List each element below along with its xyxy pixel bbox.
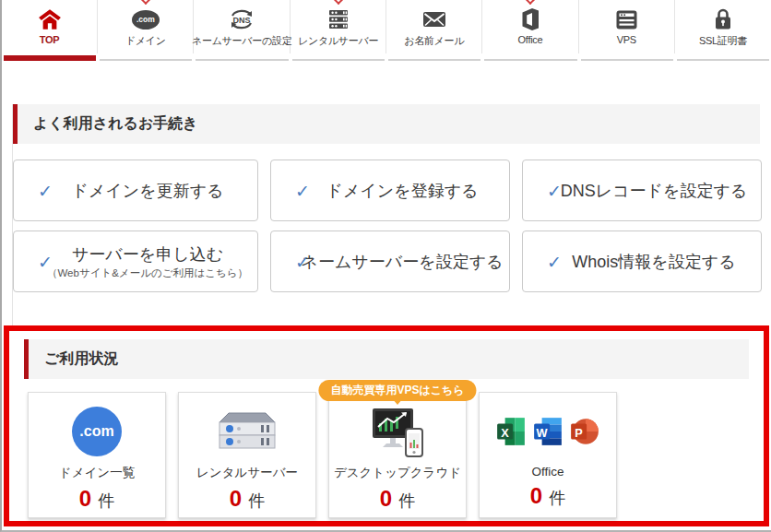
svg-text:DNS: DNS [233, 16, 251, 25]
set-whois-button[interactable]: ✓ Whois情報を設定する [522, 231, 762, 292]
dot-com-circle-icon: .com [72, 398, 122, 465]
rental-server-icon [214, 398, 280, 465]
domain-count: 0 件 [79, 486, 114, 512]
server-stack-icon [326, 6, 350, 32]
usage-section-title: ご利用状況 [24, 339, 749, 379]
office-logo-icon [519, 6, 541, 32]
browser-window-icon [615, 6, 638, 32]
desktop-cloud-icon [367, 398, 428, 465]
word-icon: W [532, 416, 563, 447]
desktop-cloud-count: 0 件 [380, 486, 415, 512]
office-count: 0 件 [530, 483, 565, 509]
check-icon: ✓ [295, 180, 310, 201]
set-nameserver-button[interactable]: ✓ ネームサーバーを設定する [270, 231, 510, 292]
check-icon: ✓ [38, 251, 53, 272]
domain-list-card[interactable]: .com ドメイン一覧 0 件 [28, 392, 166, 518]
svg-text:W: W [537, 426, 549, 440]
svg-text:P: P [575, 426, 583, 440]
nav-item-ssl[interactable]: SSL証明書 [675, 0, 771, 61]
main-content: よく利用されるお手続き ✓ ドメインを更新する ✓ ドメインを登録する ✓ DN… [2, 104, 771, 526]
nav-label: TOP [40, 34, 60, 45]
domain-com-nav-icon: .com [132, 6, 160, 32]
lock-icon [712, 6, 734, 32]
nav-label: お名前メール [404, 34, 464, 48]
nav-item-office[interactable]: Office [482, 0, 578, 61]
apply-server-button[interactable]: ✓ サーバーを申し込む （Webサイト&メールのご利用はこちら） [13, 231, 258, 292]
usage-section-highlight: ご利用状況 .com ドメイン一覧 0 件 [4, 325, 769, 526]
nav-item-nameserver[interactable]: DNS ネームサーバーの設定 [194, 0, 291, 61]
nav-item-domain[interactable]: .com ドメイン [98, 0, 194, 61]
mail-icon [421, 6, 447, 32]
top-nav: TOP .com ドメイン [2, 0, 771, 61]
nav-item-top[interactable]: TOP [2, 0, 98, 61]
nav-label: SSL証明書 [699, 34, 747, 48]
procedures-section-title: よく利用されるお手続き [13, 104, 760, 144]
svg-text:X: X [501, 426, 509, 440]
nav-item-rental-server[interactable]: レンタルサーバー [291, 0, 386, 61]
rental-server-card[interactable]: レンタルサーバー 0 件 [178, 392, 316, 518]
page: TOP .com ドメイン [0, 0, 771, 532]
vps-promo-badge[interactable]: 自動売買専用VPSはこちら [318, 380, 476, 401]
nav-label: Office [518, 34, 543, 45]
nav-label: レンタルサーバー [298, 34, 378, 48]
desktop-cloud-card[interactable]: 自動売買専用VPSはこちら [328, 392, 467, 518]
check-icon: ✓ [38, 180, 53, 201]
check-icon: ✓ [547, 180, 562, 201]
nav-label: VPS [617, 34, 636, 45]
excel-icon: X [495, 416, 527, 447]
nav-label: ネームサーバーの設定 [192, 34, 291, 48]
nav-item-mail[interactable]: お名前メール [386, 0, 482, 61]
office-apps-icon: X W [495, 398, 600, 465]
home-icon [38, 6, 62, 32]
renew-domain-button[interactable]: ✓ ドメインを更新する [13, 160, 258, 221]
set-dns-record-button[interactable]: ✓ DNSレコードを設定する [522, 160, 762, 221]
powerpoint-icon: P [569, 416, 600, 447]
usage-cards: .com ドメイン一覧 0 件 [22, 392, 751, 518]
register-domain-button[interactable]: ✓ ドメインを登録する [270, 160, 510, 221]
dns-icon: DNS [227, 6, 256, 32]
nav-label: ドメイン [125, 34, 166, 48]
check-icon: ✓ [547, 251, 562, 272]
office-card[interactable]: X W [479, 392, 617, 518]
active-tab-underline [4, 55, 96, 61]
nav-item-vps[interactable]: VPS [579, 0, 675, 61]
check-icon: ✓ [295, 251, 310, 272]
apply-server-caption: （Webサイト&メールのご利用はこちら） [47, 266, 248, 280]
procedures-grid: ✓ ドメインを更新する ✓ ドメインを登録する ✓ DNSレコードを設定する ✓… [13, 160, 760, 292]
rental-server-count: 0 件 [230, 486, 265, 512]
